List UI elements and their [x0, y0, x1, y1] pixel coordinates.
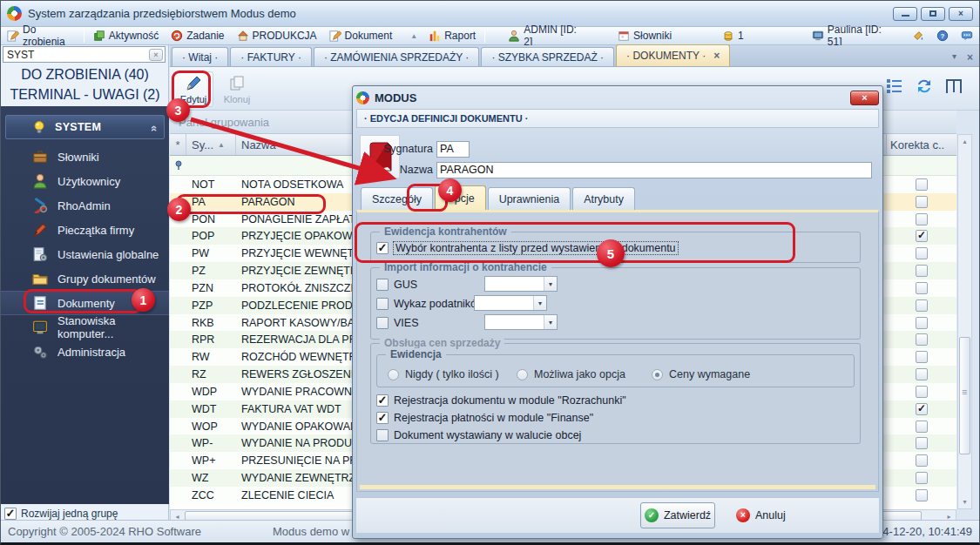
korekta-checkbox[interactable] — [916, 386, 928, 398]
sidebar-item-grupy-dokumentow[interactable]: Grupy dokumentów — [1, 266, 169, 291]
row-korekta-cell[interactable] — [887, 454, 956, 467]
dialog-close-button[interactable]: × — [850, 91, 879, 105]
row-korekta-cell[interactable]: ✓ — [887, 230, 956, 242]
tab-szczegoly[interactable]: Szczegóły — [361, 187, 433, 210]
radio-mozliwa[interactable]: Możliwa jako opcja — [517, 368, 625, 380]
clear-search-icon[interactable]: × — [149, 49, 163, 61]
scroll-up-icon[interactable]: ▴ — [958, 135, 971, 148]
tab-witaj[interactable]: · Witaj · — [172, 47, 228, 66]
menu-chat-button[interactable] — [955, 27, 979, 44]
row-korekta-cell[interactable] — [887, 489, 956, 501]
search-input[interactable] — [7, 49, 149, 61]
tab-faktury[interactable]: · FAKTURY · — [230, 47, 312, 66]
minimize-button[interactable] — [893, 7, 917, 21]
row-korekta-cell[interactable] — [887, 299, 956, 312]
dropdown-icon[interactable]: ▾ — [533, 296, 546, 310]
korekta-checkbox[interactable] — [916, 299, 928, 312]
expand-one-group-checkbox[interactable]: ✓ — [4, 508, 17, 520]
korekta-checkbox[interactable]: ✓ — [916, 230, 928, 242]
menu-raport[interactable]: Raport — [422, 27, 482, 44]
sidebar-item-terminal-uwagi[interactable]: TERMINAL - UWAGI (2) — [1, 84, 169, 104]
tab-szybka-sprzedaz[interactable]: · SZYBKA SPRZEDAŻ · — [481, 47, 614, 66]
menu-admin-user[interactable]: ADMIN [ID: 2] — [502, 27, 587, 44]
korekta-checkbox[interactable] — [916, 333, 928, 346]
vertical-scrollbar[interactable]: ▴ ▾ — [957, 134, 972, 509]
close-button[interactable]: × — [949, 7, 973, 21]
confirm-button[interactable]: ✓ Zatwierdź — [640, 502, 715, 528]
korekta-checkbox[interactable] — [916, 178, 928, 191]
menu-produkcja[interactable]: PRODUKCJA — [231, 27, 323, 44]
row-korekta-cell[interactable] — [887, 472, 956, 484]
tab-uprawnienia[interactable]: Uprawnienia — [488, 187, 571, 210]
menu-slowniki[interactable]: Słowniki — [612, 27, 678, 44]
tab-opcje[interactable]: Opcje — [435, 185, 486, 210]
radio-ceny-wymagane[interactable]: Ceny wymagane — [652, 368, 750, 380]
radio-nigdy[interactable]: Nigdy ( tylko ilości ) — [388, 368, 499, 380]
vies-checkbox[interactable] — [376, 317, 389, 329]
sidebar-item-pieczatka-firmy[interactable]: Pieczątka firmy — [1, 218, 169, 242]
collapse-panel-arrow-icon[interactable]: ▲ — [410, 32, 417, 40]
edit-button[interactable]: Edytuj — [173, 71, 213, 107]
waluta-obca-checkbox[interactable] — [376, 429, 389, 441]
row-korekta-cell[interactable] — [887, 178, 956, 191]
row-korekta-cell[interactable]: ✓ — [887, 403, 956, 415]
korekta-checkbox[interactable] — [916, 213, 928, 225]
menu-dokument[interactable]: Dokument — [323, 27, 399, 44]
korekta-checkbox[interactable] — [916, 351, 928, 363]
menu-zadanie[interactable]: Zadanie — [165, 27, 230, 44]
row-korekta-cell[interactable] — [887, 196, 956, 208]
sidebar-item-dokumenty[interactable]: Dokumenty — [1, 291, 169, 315]
sygnatura-input[interactable] — [436, 141, 470, 158]
korekta-checkbox[interactable] — [916, 368, 928, 380]
korekta-checkbox[interactable] — [916, 472, 928, 484]
sidebar-item-rhoadmin[interactable]: RhoAdmin — [1, 193, 169, 218]
sidebar-item-do-zrobienia[interactable]: DO ZROBIENIA (40) — [1, 64, 169, 84]
sidebar-item-administracja[interactable]: Administracja — [1, 340, 169, 364]
sidebar-item-uzytkownicy[interactable]: Użytkownicy — [1, 169, 169, 193]
korekta-checkbox[interactable] — [916, 265, 928, 277]
tab-dokumenty[interactable]: · DOKUMENTY · × — [616, 44, 730, 66]
korekta-checkbox[interactable] — [916, 421, 928, 433]
menu-terminal-user[interactable]: Paulina [ID: 51] — [806, 27, 897, 44]
row-korekta-cell[interactable] — [887, 317, 956, 329]
clone-button[interactable]: Klonuj — [217, 71, 257, 107]
vies-combobox[interactable]: ▾ — [484, 314, 558, 330]
menu-aktywnosc[interactable]: Aktywność — [87, 27, 165, 44]
row-korekta-cell[interactable] — [887, 247, 956, 259]
korekta-checkbox[interactable] — [916, 247, 928, 259]
row-korekta-cell[interactable] — [887, 265, 956, 277]
column-header-korekta[interactable]: Korekta c.. — [887, 134, 956, 155]
cancel-button[interactable]: × Anuluj — [736, 506, 797, 525]
gus-combobox[interactable]: ▾ — [484, 276, 558, 292]
menu-coins[interactable]: 1 — [716, 27, 750, 44]
korekta-checkbox[interactable] — [916, 489, 928, 501]
tab-close-icon[interactable]: × — [713, 50, 720, 62]
row-korekta-cell[interactable] — [887, 351, 956, 363]
korekta-checkbox[interactable] — [916, 317, 928, 329]
nazwa-input[interactable] — [436, 162, 872, 178]
korekta-checkbox[interactable] — [916, 282, 928, 294]
tab-zamowienia-sprzedazy[interactable]: · ZAMÓWIENIA SPRZEDAŻY · — [314, 47, 479, 66]
tab-atrybuty[interactable]: Atrybuty — [572, 187, 635, 210]
best-fit-columns-icon[interactable] — [943, 76, 964, 97]
row-korekta-cell[interactable] — [887, 333, 956, 346]
column-chooser-icon[interactable] — [884, 76, 905, 97]
menu-do-zrobienia[interactable]: Do zrobienia — [1, 27, 81, 44]
row-korekta-cell[interactable] — [887, 437, 956, 449]
korekta-checkbox[interactable]: ✓ — [916, 403, 928, 415]
row-korekta-cell[interactable] — [887, 213, 956, 225]
gus-checkbox[interactable] — [376, 279, 389, 291]
restore-button[interactable] — [921, 7, 945, 21]
wykaz-vat-checkbox[interactable] — [376, 298, 389, 310]
korekta-checkbox[interactable] — [916, 437, 928, 449]
wybor-kontrahenta-checkbox[interactable]: ✓ — [376, 242, 389, 254]
refresh-icon[interactable] — [914, 76, 935, 97]
vertical-scroll-thumb[interactable] — [959, 337, 970, 454]
tab-strip-close-icon[interactable]: × — [967, 51, 973, 64]
menu-help-button[interactable]: ? — [930, 27, 955, 44]
sidebar-item-stanowiska-komputerowe[interactable]: Stanowiska komputer... — [1, 315, 169, 340]
sidebar-item-ustawienia-globalne[interactable]: Ustawienia globalne — [1, 242, 169, 266]
row-korekta-cell[interactable] — [887, 386, 956, 398]
row-korekta-cell[interactable] — [887, 368, 956, 380]
menu-theme-button[interactable] — [906, 27, 930, 44]
